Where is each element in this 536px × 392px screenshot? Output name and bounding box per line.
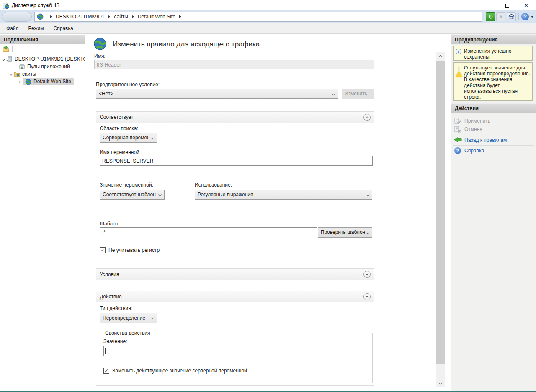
menu-view[interactable]: Режим <box>25 24 48 33</box>
address-bar: ← → DESKTOP-U1MK9D1 сайты Default Web Si… <box>0 10 536 23</box>
chevron-down-icon[interactable]: ▾ <box>531 15 533 19</box>
create-connection-icon[interactable] <box>3 46 10 52</box>
chevron-down-icon <box>439 381 442 384</box>
tree-item-sites[interactable]: сайты <box>0 70 85 78</box>
info-glyph: i <box>456 49 461 54</box>
help-button[interactable]: ? <box>521 13 529 20</box>
selected-tree-item[interactable]: Default Web Site <box>23 78 74 85</box>
apply-label: Применить <box>464 118 490 124</box>
precondition-select[interactable]: <Нет> <box>96 89 338 99</box>
actions-panel: Предупреждения i Изменения успешно сохра… <box>451 34 536 391</box>
tree-item-label: DESKTOP-U1MK9D1 (DESKTOP <box>15 56 85 62</box>
replace-value-checkbox[interactable]: ✓ Заменить действующее значение серверно… <box>103 368 247 374</box>
pattern-label: Шаблон: <box>100 221 120 227</box>
breadcrumb-item-sites[interactable]: сайты <box>114 14 128 20</box>
replace-value-label: Заменить действующее значение серверной … <box>112 368 247 374</box>
collapse-section-button[interactable] <box>363 293 371 300</box>
breadcrumb-arrow-icon[interactable] <box>179 15 181 18</box>
iis-manager-window: Диспетчер служб IIS ✕ ← → DESKTOP-U1MK9D… <box>0 0 536 392</box>
pattern-input[interactable] <box>100 227 317 237</box>
breadcrumb-arrow-icon[interactable] <box>50 15 52 18</box>
expand-section-button[interactable] <box>363 271 371 278</box>
chevron-down-icon <box>366 193 369 196</box>
breadcrumb-item-server[interactable]: DESKTOP-U1MK9D1 <box>56 14 104 20</box>
variable-name-input[interactable] <box>100 156 373 166</box>
variable-value-select[interactable]: Соответствует шаблону <box>100 190 165 200</box>
back-to-rules-link[interactable]: Назад к правилам <box>454 136 534 144</box>
scope-select[interactable]: Серверная переменн <box>100 133 157 143</box>
conditions-section-header[interactable]: Условия <box>96 269 374 280</box>
chevron-down-icon <box>151 136 154 139</box>
action-type-value: Переопределение <box>103 315 145 321</box>
home-icon <box>508 13 515 20</box>
variable-value-label: Значение переменной: <box>100 182 153 188</box>
window-title: Диспетчер служб IIS <box>12 3 59 8</box>
action-value-input[interactable] <box>103 346 366 356</box>
close-icon: ✕ <box>524 3 528 8</box>
match-section-header[interactable]: Соответствует <box>96 112 374 123</box>
action-properties-title: Свойства действия <box>103 330 152 336</box>
action-type-select[interactable]: Переопределение <box>100 313 157 323</box>
scroll-up-button[interactable] <box>436 52 445 60</box>
alerts-header: Предупреждения <box>451 35 536 44</box>
action-section-header[interactable]: Действие <box>96 291 374 302</box>
restore-button[interactable] <box>498 0 517 10</box>
variable-value-value: Соответствует шаблону <box>103 192 156 197</box>
focus-underline <box>100 238 326 238</box>
chevron-expanded-icon[interactable] <box>2 57 5 60</box>
menu-help[interactable]: Справка <box>50 24 77 33</box>
breadcrumb-arrow-icon[interactable] <box>132 15 134 18</box>
minimize-button[interactable] <box>479 0 498 10</box>
ignore-case-checkbox[interactable]: ✓ Не учитывать регистр <box>100 247 160 253</box>
cancel-icon <box>454 126 461 133</box>
app-icon <box>3 2 9 9</box>
name-input[interactable] <box>94 60 374 69</box>
address-toolbar: ↻ ✕ ? ▾ <box>486 12 533 22</box>
check-icon: ✓ <box>100 248 104 253</box>
apply-button[interactable]: Применить <box>454 117 534 125</box>
globe-icon <box>25 79 32 85</box>
scrollbar-thumb[interactable] <box>436 61 445 364</box>
warning-alert: ! Отсутствует значение для действия пере… <box>453 62 533 101</box>
chevron-down-icon <box>158 193 162 196</box>
action-properties-group: Свойства действия Значение: ✓ Заменить д… <box>100 333 373 383</box>
refresh-button[interactable]: ↻ <box>486 12 495 21</box>
help-link[interactable]: ? Справка <box>454 146 534 155</box>
usage-select[interactable]: Регулярные выражения <box>195 190 372 200</box>
precondition-label: Предварительное условие: <box>96 82 160 87</box>
chevron-expanded-icon[interactable] <box>10 72 13 75</box>
edit-precondition-button[interactable]: Изменить... <box>342 89 374 99</box>
action-type-label: Тип действия: <box>100 305 132 311</box>
scroll-down-button[interactable] <box>436 379 445 387</box>
chevron-up-icon <box>366 116 368 119</box>
variable-name-label: Имя переменной: <box>100 149 141 155</box>
check-icon: ✓ <box>104 369 108 373</box>
conditions-section: Условия <box>96 268 374 280</box>
usage-label: Использование: <box>195 182 232 188</box>
chevron-down-icon <box>366 272 368 275</box>
warning-alert-text: Отсутствует значение для действия переоп… <box>464 65 531 99</box>
chevron-collapsed-icon[interactable] <box>18 80 21 83</box>
tree-item-app-pools[interactable]: Пулы приложений <box>0 63 85 70</box>
vertical-scrollbar[interactable] <box>436 52 445 387</box>
menu-file[interactable]: Файл <box>3 24 23 33</box>
action-section: Действие Тип действия: Переопределение С… <box>96 291 374 386</box>
connections-tree: DESKTOP-U1MK9D1 (DESKTOP Пулы приложений… <box>0 54 85 85</box>
forward-icon[interactable]: → <box>19 14 25 20</box>
close-button[interactable]: ✕ <box>517 0 536 10</box>
back-icon[interactable]: ← <box>8 14 14 20</box>
home-button[interactable] <box>507 12 516 21</box>
tree-item-default-web-site[interactable]: Default Web Site <box>0 78 85 85</box>
title-bar: Диспетчер служб IIS ✕ <box>0 0 536 10</box>
divider <box>453 145 534 146</box>
tree-item-server[interactable]: DESKTOP-U1MK9D1 (DESKTOP <box>0 55 85 63</box>
connections-toolbar <box>0 44 85 54</box>
test-pattern-button[interactable]: Проверить шаблон... <box>318 227 372 238</box>
info-alert-text: Изменения успешно сохранены. <box>464 48 531 59</box>
collapse-section-button[interactable] <box>363 114 371 121</box>
match-section: Соответствует Область поиска: Серверная … <box>96 111 374 256</box>
breadcrumb-arrow-icon[interactable] <box>108 15 110 18</box>
cancel-button[interactable]: Отмена <box>454 125 534 133</box>
breadcrumb-item-default-web-site[interactable]: Default Web Site <box>138 14 175 20</box>
stop-button[interactable]: ✕ <box>496 12 505 21</box>
